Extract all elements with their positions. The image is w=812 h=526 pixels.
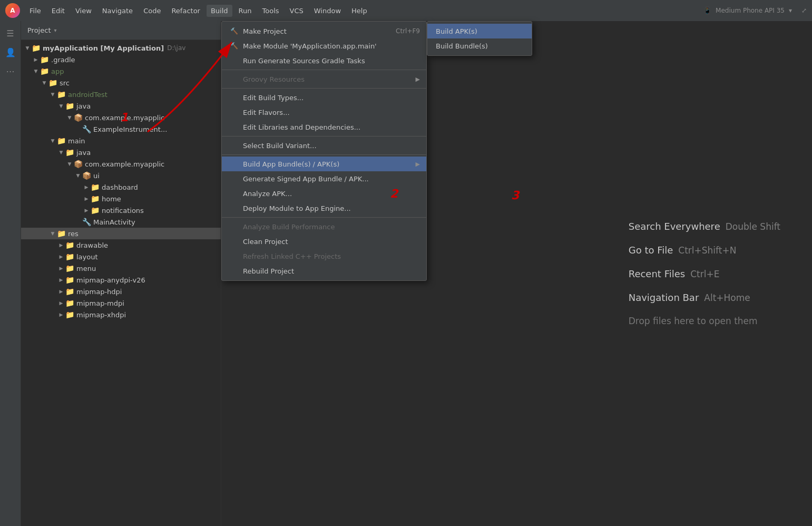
build-menu-item: Analyze Build Performance bbox=[222, 219, 426, 234]
tree-folder-icon: 📁 bbox=[91, 194, 100, 203]
expand-icon[interactable]: ⤢ bbox=[801, 7, 807, 14]
build-menu-item[interactable]: Edit Flavors... bbox=[222, 105, 426, 120]
tree-item[interactable]: ▼📁src bbox=[21, 77, 221, 89]
build-menu-item[interactable]: Analyze APK... bbox=[222, 186, 426, 201]
tree-item[interactable]: ▶📁mipmap-hdpi bbox=[21, 286, 221, 297]
tree-item[interactable]: ▶📁dashboard bbox=[21, 181, 221, 193]
tree-item[interactable]: ▼📁main bbox=[21, 135, 221, 147]
build-menu-item[interactable]: 🔨Make Module 'MyApplication.app.main' bbox=[222, 38, 426, 53]
tree-label: notifications bbox=[102, 207, 144, 215]
menu-tools[interactable]: Tools bbox=[258, 5, 283, 17]
tree-label: ui bbox=[93, 172, 100, 180]
menu-navigate[interactable]: Navigate bbox=[98, 5, 137, 17]
menu-separator bbox=[222, 217, 426, 218]
tree-label: res bbox=[68, 230, 79, 238]
tree-arrow-icon: ▼ bbox=[48, 138, 57, 143]
app-logo: A bbox=[5, 3, 20, 18]
build-menu: 🔨Make ProjectCtrl+F9🔨Make Module 'MyAppl… bbox=[221, 21, 427, 281]
menu-code[interactable]: Code bbox=[139, 5, 165, 17]
menu-item-left: Refresh Linked C++ Projects bbox=[230, 252, 341, 260]
tree-item[interactable]: ▶📁mipmap-xhdpi bbox=[21, 309, 221, 320]
tree-label: java bbox=[76, 102, 91, 110]
tree-arrow-icon: ▶ bbox=[57, 312, 65, 317]
tree-item[interactable]: 🔧MainActivity bbox=[21, 216, 221, 228]
menu-help[interactable]: Help bbox=[347, 5, 371, 17]
menu-vcs[interactable]: VCS bbox=[286, 5, 308, 17]
build-menu-item: Groovy Resources▶ bbox=[222, 72, 426, 86]
tree-arrow-icon: ▼ bbox=[74, 173, 82, 178]
menu-view[interactable]: View bbox=[71, 5, 96, 17]
tree-label: androidTest bbox=[68, 91, 107, 99]
build-menu-item[interactable]: Run Generate Sources Gradle Tasks bbox=[222, 53, 426, 68]
build-menu-item[interactable]: Select Build Variant... bbox=[222, 138, 426, 153]
drop-text: Drop files here to open them bbox=[629, 316, 758, 326]
menu-item-label: Rebuild Project bbox=[243, 267, 294, 275]
tree-item[interactable]: ▶📁drawable bbox=[21, 239, 221, 251]
tree-arrow-icon: ▼ bbox=[57, 150, 65, 155]
tree-label: drawable bbox=[76, 241, 108, 249]
build-menu-item[interactable]: Edit Libraries and Dependencies... bbox=[222, 120, 426, 134]
shortcut-key: Alt+Home bbox=[704, 293, 750, 303]
menu-build[interactable]: Build bbox=[207, 5, 232, 17]
tree-item[interactable]: 🔧ExampleInstrument... bbox=[21, 123, 221, 135]
menu-file[interactable]: File bbox=[25, 5, 45, 17]
tree-item[interactable]: ▼📦com.example.myapplic bbox=[21, 158, 221, 170]
tree-label: home bbox=[102, 195, 121, 203]
tree-folder-icon: 🔧 bbox=[82, 125, 91, 133]
menu-edit[interactable]: Edit bbox=[47, 5, 69, 17]
shortcuts-panel: Search EverywhereDouble ShiftGo to FileC… bbox=[629, 221, 780, 326]
tree-label: mipmap-xhdpi bbox=[76, 311, 126, 319]
tree-item[interactable]: ▼📁androidTest bbox=[21, 89, 221, 100]
shortcut-label: Go to File bbox=[629, 245, 673, 256]
tree-item[interactable]: ▼📁java bbox=[21, 100, 221, 112]
menu-window[interactable]: Window bbox=[310, 5, 345, 17]
tree-arrow-icon: ▼ bbox=[48, 92, 57, 97]
tree-item[interactable]: ▶📁layout bbox=[21, 251, 221, 262]
tree-arrow-icon: ▶ bbox=[82, 184, 91, 190]
build-menu-item[interactable]: Clean Project bbox=[222, 234, 426, 249]
tree-item[interactable]: ▶📁mipmap-mdpi bbox=[21, 297, 221, 309]
panel-header: Project ▾ bbox=[21, 21, 221, 40]
tree-arrow-icon: ▶ bbox=[57, 266, 65, 271]
tree-item[interactable]: ▼📦com.example.myapplic bbox=[21, 112, 221, 123]
tree-item[interactable]: ▼📦ui bbox=[21, 170, 221, 181]
build-menu-item[interactable]: Build App Bundle(s) / APK(s)▶ bbox=[222, 157, 426, 171]
tree-item[interactable]: ▶📁mipmap-anydpi-v26 bbox=[21, 274, 221, 286]
menu-refactor[interactable]: Refactor bbox=[167, 5, 204, 17]
build-menu-item[interactable]: Edit Build Types... bbox=[222, 90, 426, 105]
panel-dropdown-icon[interactable]: ▾ bbox=[54, 27, 56, 33]
apk-menu-item[interactable]: Build APK(s) bbox=[427, 24, 532, 38]
device-dropdown-icon[interactable]: ▾ bbox=[789, 7, 792, 14]
build-menu-item[interactable]: Rebuild Project bbox=[222, 264, 426, 278]
tree-item[interactable]: ▶📁.gradle bbox=[21, 54, 221, 65]
sidebar-icon-project[interactable]: ☰ bbox=[3, 25, 18, 41]
tree-arrow-icon: ▶ bbox=[57, 289, 65, 294]
shortcut-row: Go to FileCtrl+Shift+N bbox=[629, 245, 780, 256]
menu-run[interactable]: Run bbox=[234, 5, 256, 17]
tree-folder-icon: 📦 bbox=[74, 113, 83, 122]
tree-folder-icon: 📁 bbox=[32, 44, 41, 52]
tree-item[interactable]: ▼📁app bbox=[21, 65, 221, 77]
build-menu-item[interactable]: Deploy Module to App Engine... bbox=[222, 201, 426, 216]
title-bar-right: 📱 Medium Phone API 35 ▾ ⤢ bbox=[703, 7, 807, 14]
tree-item[interactable]: ▶📁notifications bbox=[21, 204, 221, 216]
build-menu-item[interactable]: 🔨Make ProjectCtrl+F9 bbox=[222, 24, 426, 38]
sidebar-icon-more[interactable]: ⋯ bbox=[3, 63, 18, 79]
shortcut-row: Navigation BarAlt+Home bbox=[629, 292, 780, 303]
sidebar-icon-profile[interactable]: 👤 bbox=[3, 44, 18, 60]
menu-item-label: Generate Signed App Bundle / APK... bbox=[243, 175, 369, 183]
menu-item-label: Clean Project bbox=[243, 238, 288, 246]
menu-item-left: 🔨Make Project bbox=[230, 27, 287, 35]
menu-item-label: Make Project bbox=[243, 27, 287, 35]
tree-item[interactable]: ▶📁home bbox=[21, 193, 221, 204]
apk-menu-item[interactable]: Build Bundle(s) bbox=[427, 38, 532, 53]
tree-item[interactable]: ▼📁res bbox=[21, 228, 221, 239]
build-menu-item[interactable]: Generate Signed App Bundle / APK... bbox=[222, 171, 426, 186]
tree-folder-icon: 📁 bbox=[48, 79, 57, 87]
tree-item[interactable]: ▼📁java bbox=[21, 147, 221, 158]
tree-folder-icon: 📁 bbox=[91, 206, 100, 215]
tree-folder-icon: 📁 bbox=[65, 264, 74, 272]
tree-item[interactable]: ▼📁myApplication [My Application]D:\jav bbox=[21, 42, 221, 54]
tree-item[interactable]: ▶📁menu bbox=[21, 262, 221, 274]
tree-arrow-icon: ▶ bbox=[57, 300, 65, 306]
